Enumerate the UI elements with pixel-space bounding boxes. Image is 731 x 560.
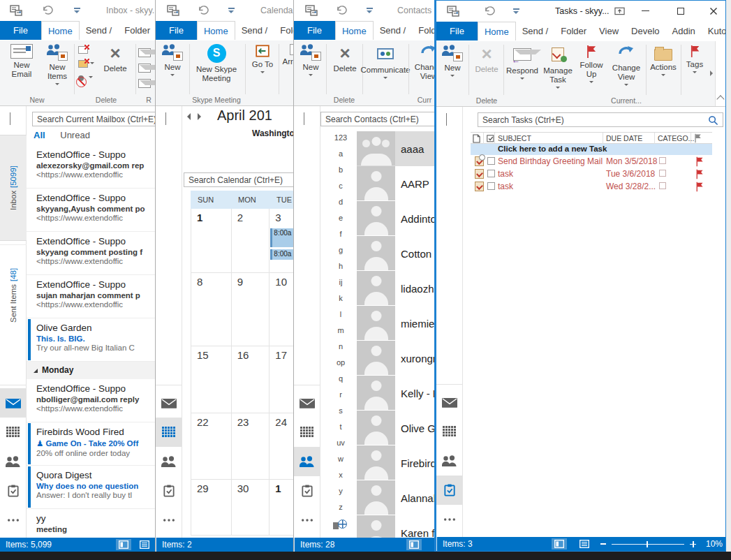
- new-skype-meeting-button[interactable]: S New Skype Meeting: [192, 44, 241, 83]
- new-button[interactable]: New: [297, 44, 325, 78]
- reply-button[interactable]: ← Reply: [138, 47, 155, 57]
- alphabet-index-letter[interactable]: l: [330, 307, 351, 323]
- tab-folder[interactable]: Folder: [554, 22, 593, 40]
- tab-folder[interactable]: Folder: [274, 21, 293, 40]
- nav-mail-icon[interactable]: [436, 388, 462, 417]
- contact-row[interactable]: Alannah: [357, 480, 436, 515]
- nav-more-icon[interactable]: [156, 506, 182, 535]
- task-flag-icon[interactable]: [695, 182, 704, 192]
- alphabet-index-letter[interactable]: h: [330, 258, 351, 274]
- calendar-day-cell[interactable]: 15: [191, 346, 232, 413]
- new-email-button[interactable]: New Email: [3, 44, 40, 79]
- tab-developer[interactable]: Develo: [625, 22, 665, 40]
- task-category-box[interactable]: [659, 182, 666, 189]
- contact-row[interactable]: xurongr: [357, 341, 436, 376]
- nav-people-icon[interactable]: [156, 447, 182, 476]
- alphabet-index-letter[interactable]: y: [330, 483, 351, 499]
- undo-icon[interactable]: [336, 6, 348, 15]
- expand-pane-chevron[interactable]: [10, 113, 17, 120]
- email-list-item[interactable]: ExtendOffice - Suppo sujan maharjan comm…: [27, 275, 155, 318]
- contact-row[interactable]: Karen fr: [357, 515, 436, 538]
- alphabet-index-letter[interactable]: d: [330, 194, 351, 210]
- nav-more-icon[interactable]: [436, 505, 462, 534]
- nav-tasks-icon[interactable]: [436, 476, 462, 505]
- calendar-day-cell[interactable]: 1: [191, 209, 232, 273]
- forward-button[interactable]: → Forw: [138, 78, 155, 88]
- next-month-icon[interactable]: [198, 113, 205, 120]
- task-row[interactable]: Send Birthday Greeting Mail Mon 3/5/2018: [471, 155, 712, 168]
- tab-send-receive[interactable]: Send /: [80, 21, 119, 40]
- calendar-day-cell[interactable]: 9: [232, 273, 270, 346]
- calendar-day-cell[interactable]: 1: [269, 480, 293, 536]
- alphabet-index-letter[interactable]: uv: [330, 435, 351, 451]
- tab-file[interactable]: File: [156, 21, 197, 40]
- contact-row[interactable]: Cotton: [357, 236, 436, 271]
- change-view-button[interactable]: Change View: [411, 44, 436, 81]
- tab-kutools[interactable]: Kutoo: [702, 22, 726, 40]
- alphabet-index-letter[interactable]: t: [330, 419, 351, 435]
- task-flag-icon[interactable]: [695, 156, 704, 167]
- email-list-item[interactable]: ExtendOffice - Suppo alexezorsky@gmail.c…: [27, 145, 155, 189]
- alphabet-index-letter[interactable]: x: [330, 467, 351, 483]
- new-button[interactable]: New: [158, 44, 186, 78]
- minimize-button[interactable]: [634, 1, 656, 21]
- calendar-day-cell[interactable]: 8: [191, 273, 232, 346]
- contact-row[interactable]: miemie: [357, 306, 436, 341]
- task-row[interactable]: task Wed 3/28/2...: [471, 180, 712, 193]
- respond-button[interactable]: ← Respond: [505, 45, 539, 82]
- collapse-ribbon-icon[interactable]: [716, 95, 724, 103]
- nav-people-icon[interactable]: [436, 446, 462, 476]
- nav-more-icon[interactable]: [0, 506, 26, 535]
- previous-month-icon[interactable]: [184, 113, 191, 120]
- calendar-day-cell[interactable]: 17: [269, 346, 293, 413]
- normal-view-icon[interactable]: [406, 539, 422, 550]
- calendar-day-cell[interactable]: 10: [269, 273, 293, 346]
- arrange-button[interactable]: Arrange: [281, 44, 293, 66]
- contact-globe-icon[interactable]: [333, 520, 347, 531]
- tab-send-receive[interactable]: Send /: [516, 22, 555, 40]
- tab-view[interactable]: View: [593, 22, 625, 40]
- email-list-item[interactable]: Firebirds Wood Fired ♟ Game On - Take 20…: [27, 422, 155, 466]
- alphabet-index-letter[interactable]: b: [330, 162, 351, 178]
- contact-row[interactable]: Olive G: [357, 411, 436, 445]
- ignore-button[interactable]: [78, 46, 88, 54]
- zoom-in-icon[interactable]: [690, 541, 696, 547]
- calendar-day-cell[interactable]: 23: [232, 413, 270, 480]
- zoom-slider-thumb[interactable]: [647, 541, 648, 547]
- icon-column-header[interactable]: [471, 133, 484, 144]
- task-complete-checkbox[interactable]: [487, 157, 495, 165]
- email-list-item[interactable]: Olive Garden This. Is. BIG. Try our all-…: [27, 318, 155, 362]
- reading-view-icon[interactable]: [577, 538, 592, 550]
- maximize-button[interactable]: [670, 1, 692, 21]
- actions-button[interactable]: Actions: [647, 45, 679, 78]
- contact-row[interactable]: lidaozhu: [357, 271, 436, 306]
- email-list-item[interactable]: ExtendOffice - Suppo skyyang,Ayush comme…: [27, 189, 155, 232]
- nav-calendar-icon[interactable]: [436, 417, 462, 446]
- zoom-out-icon[interactable]: [600, 543, 606, 545]
- nav-mail-icon[interactable]: [0, 388, 26, 418]
- task-category-box[interactable]: [659, 170, 666, 177]
- task-complete-checkbox[interactable]: [487, 170, 495, 177]
- search-icon[interactable]: [708, 115, 718, 126]
- search-input[interactable]: Search Calendar (Ctrl+E): [184, 172, 293, 187]
- nav-mail-icon[interactable]: [294, 388, 320, 418]
- folder-tab-sent-items[interactable]: Sent Items[48]: [0, 244, 27, 346]
- alphabet-index-letter[interactable]: k: [330, 290, 351, 307]
- contact-row[interactable]: AARP: [357, 166, 436, 201]
- email-list-item[interactable]: yy meeting: [27, 509, 155, 538]
- filter-all[interactable]: All: [34, 130, 45, 140]
- normal-view-icon[interactable]: [116, 539, 131, 550]
- junk-button[interactable]: [78, 60, 94, 68]
- block-sender-button[interactable]: [78, 75, 93, 81]
- search-input[interactable]: Search Tasks (Ctrl+E): [478, 112, 723, 127]
- task-category-box[interactable]: [659, 157, 666, 164]
- alphabet-index-letter[interactable]: w: [330, 451, 351, 467]
- calendar-day-cell[interactable]: 3 8:00a m t... 8:00a: [269, 209, 293, 273]
- alphabet-index-letter[interactable]: z: [330, 499, 351, 515]
- nav-tasks-icon[interactable]: [0, 476, 26, 506]
- calendar-day-cell[interactable]: 24: [269, 413, 293, 480]
- nav-tasks-icon[interactable]: [294, 476, 320, 506]
- weather-location[interactable]: Washingto: [252, 128, 293, 138]
- task-complete-checkbox[interactable]: [487, 182, 495, 190]
- normal-view-icon[interactable]: [552, 538, 567, 550]
